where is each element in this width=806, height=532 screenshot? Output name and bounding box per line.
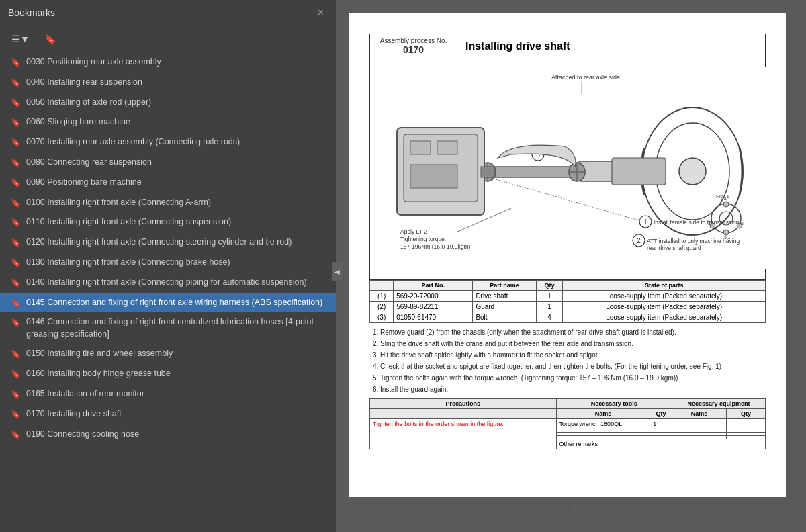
equipment-name-header: Name <box>672 409 726 419</box>
svg-rect-22 <box>481 167 494 177</box>
bookmark-item[interactable]: 🔖 0130 Installing right front axle (Conn… <box>0 253 336 273</box>
bookmark-label: 0170 Installing drive shaft <box>26 408 328 420</box>
page-number: 28 <box>349 504 786 513</box>
parts-cell-1: 01050-61470 <box>394 312 473 323</box>
bookmark-label: 0140 Installing right front axle (Connec… <box>26 277 328 289</box>
bookmark-item[interactable]: 🔖 0050 Installing of axle rod (upper) <box>0 93 336 113</box>
bookmark-item[interactable]: 🔖 0110 Installing right front axle (Conn… <box>0 212 336 232</box>
bookmark-label: 0070 Installing rear axle assembly (Conn… <box>26 136 328 148</box>
parts-cell-0: (3) <box>370 312 394 323</box>
bookmark-item[interactable]: 🔖 0120 Installing right front axle (Conn… <box>0 232 336 253</box>
precautions-blank <box>370 409 557 419</box>
equip-qty-1 <box>726 419 765 429</box>
bookmark-icon: 🔖 <box>11 217 21 228</box>
assembly-no-cell: Assembly process No. 0170 <box>370 34 457 58</box>
bookmark-icon: 🔖 <box>11 277 21 289</box>
bookmark-label: 0100 Installing right front axle (Connec… <box>26 197 328 209</box>
parts-cell-1: 569-20-72000 <box>394 291 473 302</box>
precautions-header: Precautions <box>370 399 557 409</box>
svg-rect-20 <box>437 141 457 154</box>
assembly-no-value: 0170 <box>375 44 451 55</box>
bookmark-item[interactable]: 🔖 0090 Positioning bare machine <box>0 173 336 193</box>
bookmark-label: 0190 Connecting cooling hose <box>26 429 328 441</box>
parts-cell-4: Loose-supply item (Packed separately) <box>563 291 766 302</box>
bookmark-icon: 🔖 <box>11 298 21 309</box>
parts-cell-0: (1) <box>370 291 394 302</box>
instruction-item: Sling the drive shaft with the crane and… <box>380 339 766 349</box>
bookmark-item[interactable]: 🔖 0060 Slinging bare machine <box>0 112 336 132</box>
col-qty-header: Qty <box>536 281 563 291</box>
equipment-qty-header: Qty <box>726 409 765 419</box>
bookmark-icon: 🔖 <box>11 157 21 169</box>
bookmark-label: 0040 Installing rear suspension <box>26 77 328 89</box>
bookmark-item[interactable]: 🔖 0040 Installing rear suspension <box>0 73 336 93</box>
bookmark-item[interactable]: 🔖 0070 Installing rear axle assembly (Co… <box>0 132 336 152</box>
col-partno-header: Part No. <box>394 281 473 291</box>
col-state-header: State of parts <box>563 281 766 291</box>
svg-text:5,1: 5,1 <box>724 235 731 240</box>
bookmark-item[interactable]: 🔖 0100 Installing right front axle (Conn… <box>0 193 336 213</box>
collapse-panel-button[interactable]: ◀ <box>332 262 343 281</box>
instructions: Remove guard (2) from the chassis (only … <box>369 327 766 394</box>
bookmark-item[interactable]: 🔖 0190 Connecting cooling hose <box>0 425 336 445</box>
svg-rect-21 <box>410 165 457 188</box>
precautions-text: Tighten the bolts in the order shown in … <box>370 419 557 449</box>
svg-point-40 <box>710 223 715 228</box>
bookmark-icon: 🔖 <box>11 429 21 441</box>
parts-cell-1: 569-89-82211 <box>394 302 473 312</box>
bookmark-item[interactable]: 🔖 0170 Installing drive shaft <box>0 404 336 425</box>
bookmark-item[interactable]: 🔖 0145 Connection and fixing of right fr… <box>0 293 336 313</box>
equipment-header: Necessary equipment <box>672 399 765 409</box>
svg-text:Fig. 1: Fig. 1 <box>716 193 730 200</box>
bookmarks-panel: Bookmarks × ☰▼ 🔖 🔖 0030 Positioning rear… <box>0 0 336 532</box>
bookmark-label: 0030 Positioning rear axle assembly <box>26 56 328 69</box>
list-view-button[interactable]: ☰▼ <box>7 30 34 48</box>
list-icon: ☰▼ <box>11 34 30 44</box>
bookmark-item[interactable]: 🔖 0150 Installing tire and wheel assembl… <box>0 344 336 364</box>
bookmark-label: 0120 Installing right front axle (Connec… <box>26 236 328 249</box>
svg-text:Apply LT-2: Apply LT-2 <box>400 228 427 235</box>
instruction-item: Install the guard again. <box>380 384 766 394</box>
bookmark-item[interactable]: 🔖 0030 Positioning rear axle assembly <box>0 52 336 73</box>
close-button[interactable]: × <box>314 5 328 20</box>
bookmark-icon: 🔖 <box>11 409 21 420</box>
svg-text:Tightening torque:: Tightening torque: <box>400 236 446 242</box>
bookmarks-toolbar: ☰▼ 🔖 <box>0 26 336 52</box>
parts-cell-4: Loose-supply item (Packed separately) <box>563 312 766 323</box>
bookmark-icon: 🔖 <box>11 349 21 360</box>
tools-qty-header: Qty <box>650 409 672 419</box>
parts-cell-4: Loose-supply item (Packed separately) <box>563 302 766 312</box>
bookmarks-title: Bookmarks <box>8 7 55 18</box>
bookmark-icon: 🔖 <box>11 57 21 69</box>
bookmark-item[interactable]: 🔖 0165 Installation of rear monitor <box>0 384 336 404</box>
bookmark-item[interactable]: 🔖 0080 Connecting rear suspension <box>0 152 336 173</box>
bookmark-icon: 🔖 <box>11 197 21 209</box>
assembly-title: Installing drive shaft <box>465 40 570 52</box>
bookmarks-list[interactable]: 🔖 0030 Positioning rear axle assembly 🔖 … <box>0 52 336 532</box>
svg-text:2: 2 <box>637 237 641 245</box>
other-remarks: Other remarks <box>556 439 765 449</box>
bookmark-item[interactable]: 🔖 0160 Installing body hinge grease tube <box>0 364 336 384</box>
diagram-area: Attached to rear axle side <box>369 58 766 280</box>
svg-text:4: 4 <box>724 196 727 201</box>
bookmark-item[interactable]: 🔖 0146 Connection and fixing of right fr… <box>0 312 336 344</box>
instruction-item: Hit the drive shaft spider lightly with … <box>380 350 766 360</box>
bookmark-icon: 🔖 <box>11 369 21 380</box>
equip-name-1 <box>672 419 726 429</box>
bookmark-label: 0145 Connection and fixing of right fron… <box>26 297 328 309</box>
bookmark-icon: 🔖 <box>11 257 21 269</box>
bookmark-icon: 🔖 <box>11 97 21 109</box>
instruction-item: Check that the socket and spigot are fix… <box>380 361 766 371</box>
page-table-header: Assembly process No. 0170 Installing dri… <box>369 34 766 58</box>
bookmark-label: 0160 Installing body hinge grease tube <box>26 368 328 380</box>
parts-table-row: (1)569-20-72000Drive shaft1Loose-supply … <box>370 291 766 302</box>
bottom-info-table: Precautions Necessary tools Necessary eq… <box>369 398 766 449</box>
document-panel: Assembly process No. 0170 Installing dri… <box>336 0 806 532</box>
svg-text:2: 2 <box>741 221 744 226</box>
tool-qty-1: 1 <box>650 419 672 429</box>
svg-rect-19 <box>410 141 431 154</box>
instruction-item: Remove guard (2) from the chassis (only … <box>380 327 766 337</box>
add-bookmark-button[interactable]: 🔖 <box>40 30 60 48</box>
bookmark-item[interactable]: 🔖 0140 Installing right front axle (Conn… <box>0 273 336 293</box>
bookmark-icon: 🔖 <box>11 177 21 189</box>
